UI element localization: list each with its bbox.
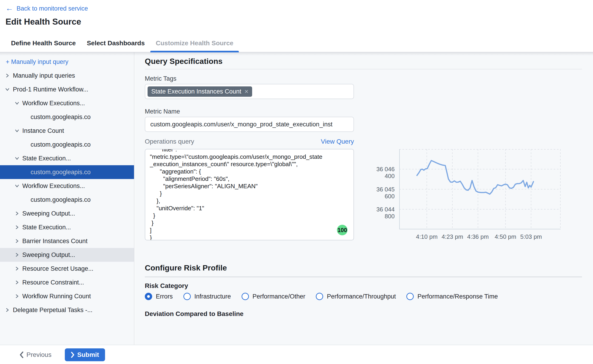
chevron-down-icon[interactable] [14,156,20,161]
risk-radio-performance-throughput[interactable]: Performance/Throughput [316,293,396,300]
configure-risk-profile-title: Configure Risk Profile [145,263,227,272]
tree-item-delegate-perpetual-tasks[interactable]: Delegate Perpetual Tasks -... [0,303,134,317]
tree-item-sweeping-output[interactable]: Sweeping Output... [0,248,134,262]
header: ← Back to monitored service Edit Health … [0,0,593,52]
tree-item-label: Sweeping Output... [22,210,75,217]
metric-tag-chip-label: State Execution Instances Count [151,88,241,95]
radio-label: Performance/Other [253,293,306,300]
tree-item-workflow-executions[interactable]: Workflow Executions... [0,179,134,193]
metric-tags-input[interactable]: State Execution Instances Count × [145,84,354,99]
tree-item-label: custom.googleapis.co [31,114,91,121]
chevron-down-icon[interactable] [14,100,20,106]
chevron-right-icon[interactable] [14,266,20,271]
tree-item-custom-googleapis-co[interactable]: custom.googleapis.co [0,110,134,124]
tree-item-label: State Execution... [22,155,71,162]
chevron-right-icon[interactable] [14,280,20,285]
metric-tags-label: Metric Tags [145,75,176,82]
tab-define-health-source[interactable]: Define Health Source [6,34,81,52]
tree-item-workflow-executions[interactable]: Workflow Executions... [0,96,134,110]
tree-item-label: Workflow Running Count [22,293,91,300]
query-specifications-title: Query Specifications [145,57,222,66]
chevron-left-icon [20,351,24,358]
chevron-down-icon[interactable] [5,87,10,92]
radio-label: Errors [156,293,173,300]
chevron-right-icon[interactable] [14,252,20,258]
radio-selected-icon[interactable] [145,293,152,300]
submit-button[interactable]: Submit [65,348,105,361]
tree-item-label: Manually input queries [13,72,75,79]
chevron-right-icon[interactable] [14,211,20,216]
radio-label: Performance/Throughput [327,293,396,300]
radio-label: Performance/Response Time [417,293,498,300]
line-chart-plot [399,149,560,229]
metric-preview-chart: 36 046 40036 045 60036 044 8004:10 pm4:2… [365,147,585,244]
chevron-right-icon[interactable] [5,307,10,313]
submit-button-label: Submit [77,351,99,358]
tree-item-resource-secret-usage[interactable]: Resource Secret Usage... [0,262,134,275]
tab-bar: Define Health SourceSelect DashboardsCus… [0,34,593,52]
x-axis-tick-label: 4:50 pm [492,233,519,240]
tree-item-label: Resource Constraint... [22,279,84,286]
radio-icon[interactable] [406,293,414,300]
query-tree-sidebar: + Manually input query Manually input qu… [0,52,134,345]
view-query-link[interactable]: View Query [321,138,354,145]
x-axis-tick-label: 4:23 pm [438,233,466,240]
tree-item-custom-googleapis-co[interactable]: custom.googleapis.co [0,165,134,179]
tab-customize-health-source[interactable]: Customize Health Source [150,34,239,52]
radio-icon[interactable] [316,293,323,300]
add-manual-query-button[interactable]: + Manually input query [0,52,134,69]
deviation-label: Deviation Compared to Baseline [145,310,243,318]
previous-button[interactable]: Previous [20,345,52,364]
tree-item-label: custom.googleapis.co [31,196,91,203]
risk-radio-infrastructure[interactable]: Infrastructure [183,293,231,300]
tree-item-label: Sweeping Output... [22,251,75,259]
tree-item-label: custom.googleapis.co [31,169,91,176]
footer: Previous Submit [0,345,593,364]
back-link-label: Back to monitored service [17,5,88,12]
tree-item-label: Delegate Perpetual Tasks -... [13,306,92,314]
risk-radio-performance-other[interactable]: Performance/Other [241,293,306,300]
tree-item-workflow-running-count[interactable]: Workflow Running Count [0,289,134,303]
tree-item-manually-input-queries[interactable]: Manually input queries [0,69,134,83]
divider [145,277,582,277]
tree-item-label: Workflow Executions... [22,100,85,107]
risk-category-radio-group: ErrorsInfrastructurePerformance/OtherPer… [145,293,498,300]
tree-item-label: State Execution... [22,224,71,231]
tree-item-label: Barrier Instances Count [22,238,88,245]
chevron-right-icon[interactable] [5,73,10,78]
divider [145,69,582,69]
chevron-right-icon[interactable] [14,225,20,230]
page-title: Edit Health Source [6,17,81,27]
risk-radio-performance-response-time[interactable]: Performance/Response Time [406,293,498,300]
tree-item-instance-count[interactable]: Instance Count [0,124,134,138]
tree-item-custom-googleapis-co[interactable]: custom.googleapis.co [0,193,134,207]
radio-icon[interactable] [183,293,191,300]
chevron-right-icon[interactable] [14,293,20,299]
radio-icon[interactable] [241,293,249,300]
tree-item-prod-1-runtime-workflow[interactable]: Prod-1 Runtime Workflow... [0,83,134,96]
tree-item-label: custom.googleapis.co [31,141,91,148]
tree-item-custom-googleapis-co[interactable]: custom.googleapis.co [0,138,134,151]
operations-query-textarea[interactable]: "filter": "metric.type=\"custom.googleap… [145,149,354,240]
tree-item-label: Resource Secret Usage... [22,265,93,272]
tree-item-sweeping-output[interactable]: Sweeping Output... [0,207,134,220]
tree-item-label: Instance Count [22,127,64,134]
tree-item-state-execution[interactable]: State Execution... [0,151,134,165]
metric-tag-chip: State Execution Instances Count × [148,86,252,97]
chevron-down-icon[interactable] [14,183,20,189]
chevron-down-icon[interactable] [14,128,20,134]
risk-category-label: Risk Category [145,282,188,290]
tab-select-dashboards[interactable]: Select Dashboards [81,34,150,52]
main-panel: Query Specifications Metric Tags State E… [135,52,593,345]
chevron-right-icon[interactable] [14,238,20,244]
risk-radio-errors[interactable]: Errors [145,293,173,300]
metric-name-label: Metric Name [145,108,180,115]
x-axis-tick-label: 5:03 pm [517,233,545,240]
tree-item-state-execution[interactable]: State Execution... [0,220,134,234]
metric-name-input[interactable]: custom.googleapis.com/user/x_mongo_prod_… [145,117,354,132]
tree-item-label: Workflow Executions... [22,182,85,190]
back-link[interactable]: ← Back to monitored service [6,5,88,13]
remove-tag-icon[interactable]: × [245,88,248,95]
tree-item-barrier-instances-count[interactable]: Barrier Instances Count [0,234,134,248]
tree-item-resource-constraint[interactable]: Resource Constraint... [0,275,134,289]
